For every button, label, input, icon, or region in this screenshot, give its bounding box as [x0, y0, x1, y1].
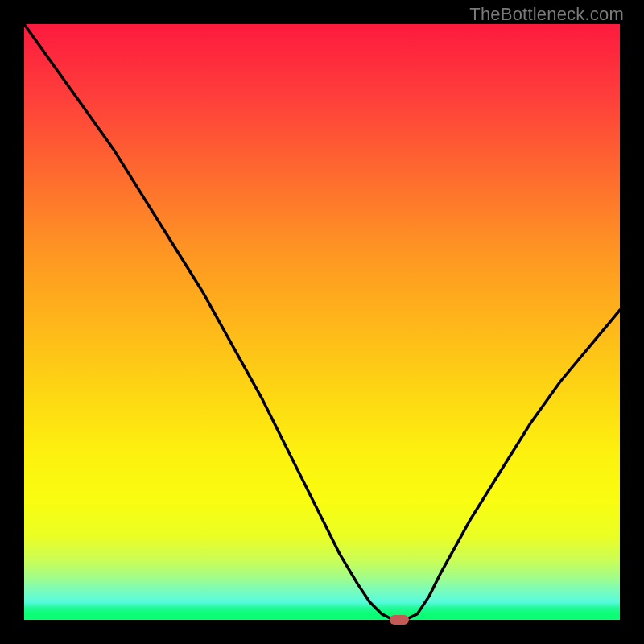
chart-stage: TheBottleneck.com	[0, 0, 644, 644]
curve-path	[24, 24, 620, 620]
plot-area	[24, 24, 620, 620]
watermark-text: TheBottleneck.com	[469, 4, 624, 25]
bottleneck-curve	[24, 24, 620, 620]
